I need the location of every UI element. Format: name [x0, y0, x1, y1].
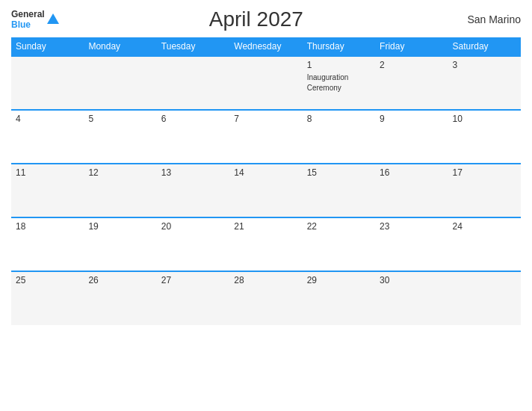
- calendar-day-cell: 15: [303, 164, 375, 217]
- calendar-day-cell: 26: [84, 271, 156, 325]
- calendar-day-cell: 5: [84, 110, 156, 164]
- day-number: 4: [16, 114, 79, 124]
- calendar-day-cell: 13: [157, 164, 229, 217]
- weekday-header-row: Sunday Monday Tuesday Wednesday Thursday…: [11, 37, 521, 56]
- calendar-day-cell: 1Inauguration Ceremony: [303, 56, 375, 110]
- day-number: 17: [453, 167, 516, 178]
- calendar-day-cell: 30: [375, 271, 448, 325]
- col-friday: Friday: [375, 37, 448, 56]
- calendar-container: General Blue April 2027 San Marino Sunda…: [0, 0, 532, 411]
- calendar-header: General Blue April 2027 San Marino: [11, 7, 521, 31]
- calendar-day-cell: 21: [229, 217, 302, 271]
- day-number: 27: [161, 275, 225, 285]
- calendar-day-cell: 2: [375, 56, 448, 110]
- logo: General Blue: [11, 9, 59, 31]
- calendar-day-cell: [229, 56, 302, 110]
- calendar-day-cell: [157, 56, 229, 110]
- day-number: 20: [161, 221, 225, 232]
- day-number: 29: [307, 275, 371, 285]
- calendar-day-cell: 10: [448, 110, 521, 164]
- calendar-week-row: 252627282930: [11, 271, 521, 325]
- calendar-day-cell: 28: [229, 271, 302, 325]
- day-number: 26: [88, 275, 152, 285]
- calendar-day-cell: 22: [303, 217, 375, 271]
- day-number: 22: [307, 221, 371, 232]
- calendar-week-row: 1Inauguration Ceremony23: [11, 56, 521, 110]
- day-number: 2: [380, 60, 443, 70]
- calendar-table: Sunday Monday Tuesday Wednesday Thursday…: [11, 37, 521, 325]
- day-number: 19: [88, 221, 152, 232]
- calendar-week-row: 18192021222324: [11, 217, 521, 271]
- col-saturday: Saturday: [448, 37, 521, 56]
- calendar-title: April 2027: [59, 7, 454, 31]
- calendar-body: 1Inauguration Ceremony234567891011121314…: [11, 56, 521, 325]
- day-event: Inauguration Ceremony: [307, 73, 349, 92]
- day-number: 16: [380, 167, 443, 178]
- day-number: 7: [234, 114, 297, 124]
- calendar-day-cell: 17: [448, 164, 521, 217]
- calendar-day-cell: 18: [11, 217, 84, 271]
- col-monday: Monday: [84, 37, 156, 56]
- day-number: 11: [16, 167, 79, 178]
- day-number: 8: [307, 114, 371, 124]
- day-number: 21: [234, 221, 297, 232]
- logo-text: General Blue: [11, 9, 45, 31]
- calendar-day-cell: [84, 56, 156, 110]
- col-thursday: Thursday: [303, 37, 375, 56]
- day-number: 1: [307, 60, 371, 70]
- col-tuesday: Tuesday: [157, 37, 229, 56]
- calendar-day-cell: 27: [157, 271, 229, 325]
- logo-general: General: [11, 9, 45, 19]
- calendar-day-cell: 24: [448, 217, 521, 271]
- calendar-day-cell: 14: [229, 164, 302, 217]
- day-number: 6: [161, 114, 225, 124]
- calendar-day-cell: 20: [157, 217, 229, 271]
- col-sunday: Sunday: [11, 37, 84, 56]
- calendar-day-cell: 8: [303, 110, 375, 164]
- calendar-day-cell: 7: [229, 110, 302, 164]
- calendar-day-cell: [11, 56, 84, 110]
- logo-blue: Blue: [11, 19, 45, 30]
- calendar-day-cell: 3: [448, 56, 521, 110]
- day-number: 5: [88, 114, 152, 124]
- day-number: 13: [161, 167, 225, 178]
- calendar-week-row: 11121314151617: [11, 164, 521, 217]
- calendar-day-cell: 12: [84, 164, 156, 217]
- country-label: San Marino: [454, 13, 521, 25]
- calendar-day-cell: 29: [303, 271, 375, 325]
- calendar-day-cell: 23: [375, 217, 448, 271]
- day-number: 9: [380, 114, 443, 124]
- day-number: 18: [16, 221, 79, 232]
- day-number: 25: [16, 275, 79, 285]
- calendar-day-cell: 25: [11, 271, 84, 325]
- calendar-day-cell: 6: [157, 110, 229, 164]
- col-wednesday: Wednesday: [229, 37, 302, 56]
- calendar-day-cell: 9: [375, 110, 448, 164]
- day-number: 15: [307, 167, 371, 178]
- day-number: 10: [453, 114, 516, 124]
- calendar-day-cell: 4: [11, 110, 84, 164]
- day-number: 14: [234, 167, 297, 178]
- day-number: 3: [453, 60, 516, 70]
- calendar-week-row: 45678910: [11, 110, 521, 164]
- logo-triangle-icon: [47, 13, 59, 24]
- calendar-day-cell: [448, 271, 521, 325]
- calendar-day-cell: 16: [375, 164, 448, 217]
- day-number: 28: [234, 275, 297, 285]
- calendar-day-cell: 11: [11, 164, 84, 217]
- day-number: 23: [380, 221, 443, 232]
- calendar-day-cell: 19: [84, 217, 156, 271]
- day-number: 30: [380, 275, 443, 285]
- day-number: 12: [88, 167, 152, 178]
- day-number: 24: [453, 221, 516, 232]
